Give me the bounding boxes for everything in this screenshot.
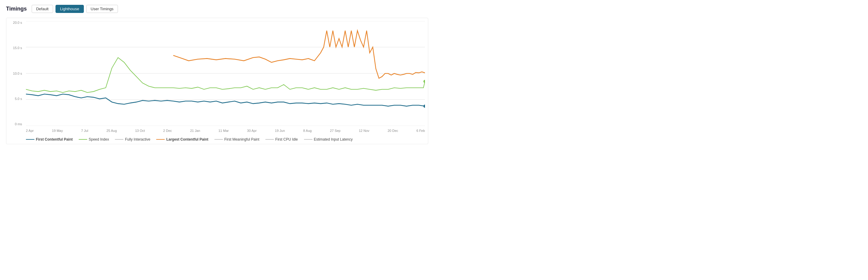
x-label-9: 19 Jun bbox=[275, 129, 285, 133]
x-label-2: 7 Jul bbox=[81, 129, 88, 133]
x-label-5: 2 Dec bbox=[163, 129, 172, 133]
y-label-2: 10.0 s bbox=[13, 72, 22, 75]
legend-eil-label: Estimated Input Latency bbox=[314, 137, 353, 141]
legend-lcp-line bbox=[156, 139, 165, 140]
x-label-6: 21 Jan bbox=[190, 129, 200, 133]
x-label-3: 25 Aug bbox=[106, 129, 117, 133]
legend-eil: Estimated Input Latency bbox=[304, 137, 353, 141]
chart-container: 20.0 s 15.0 s 10.0 s 5.0 s 0 ms bbox=[6, 18, 428, 144]
tab-default[interactable]: Default bbox=[32, 5, 53, 13]
x-label-7: 11 Mar bbox=[218, 129, 228, 133]
legend-fmp-label: First Meaningful Paint bbox=[224, 137, 259, 141]
legend-fcp-label: First Contentful Paint bbox=[36, 137, 73, 141]
legend-fi-line bbox=[115, 139, 123, 140]
svg-point-6 bbox=[424, 80, 425, 83]
tab-lighthouse[interactable]: Lighthouse bbox=[56, 5, 84, 13]
x-label-13: 20 Dec bbox=[388, 129, 398, 133]
legend-fmp-line bbox=[214, 139, 223, 140]
legend-fci: First CPU Idle bbox=[266, 137, 298, 141]
x-label-10: 8 Aug bbox=[303, 129, 312, 133]
x-label-8: 30 Apr bbox=[247, 129, 257, 133]
x-label-0: 2 Apr bbox=[26, 129, 34, 133]
tab-user-timings[interactable]: User Timings bbox=[86, 5, 118, 13]
legend-si-line bbox=[79, 139, 87, 140]
x-label-1: 19 May bbox=[52, 129, 63, 133]
legend-fmp: First Meaningful Paint bbox=[214, 137, 259, 141]
y-axis: 20.0 s 15.0 s 10.0 s 5.0 s 0 ms bbox=[6, 21, 25, 126]
y-label-0: 20.0 s bbox=[13, 21, 22, 24]
x-axis: 2 Apr 19 May 7 Jul 25 Aug 13 Oct 2 Dec 2… bbox=[26, 129, 425, 133]
page-title: Timings bbox=[6, 6, 27, 12]
chart-plot bbox=[26, 21, 425, 126]
legend-lcp: Largest Contentful Paint bbox=[156, 137, 208, 141]
x-label-4: 13 Oct bbox=[135, 129, 145, 133]
chart-svg bbox=[26, 21, 425, 126]
legend-fi-label: Fully Interactive bbox=[125, 137, 150, 141]
chart-legend: First Contentful Paint Speed Index Fully… bbox=[26, 137, 425, 141]
legend-eil-line bbox=[304, 139, 312, 140]
legend-fci-label: First CPU Idle bbox=[275, 137, 298, 141]
x-label-14: 6 Feb bbox=[416, 129, 425, 133]
legend-fci-line bbox=[266, 139, 274, 140]
y-label-4: 0 ms bbox=[15, 123, 22, 126]
y-label-3: 5.0 s bbox=[15, 97, 22, 101]
legend-fcp-line bbox=[26, 139, 34, 140]
legend-si: Speed Index bbox=[79, 137, 109, 141]
legend-lcp-label: Largest Contentful Paint bbox=[166, 137, 208, 141]
legend-si-label: Speed Index bbox=[89, 137, 109, 141]
svg-point-5 bbox=[424, 104, 425, 108]
x-label-12: 12 Nov bbox=[359, 129, 369, 133]
x-label-11: 27 Sep bbox=[330, 129, 341, 133]
legend-fcp: First Contentful Paint bbox=[26, 137, 73, 141]
legend-fi: Fully Interactive bbox=[115, 137, 150, 141]
y-label-1: 15.0 s bbox=[13, 46, 22, 50]
